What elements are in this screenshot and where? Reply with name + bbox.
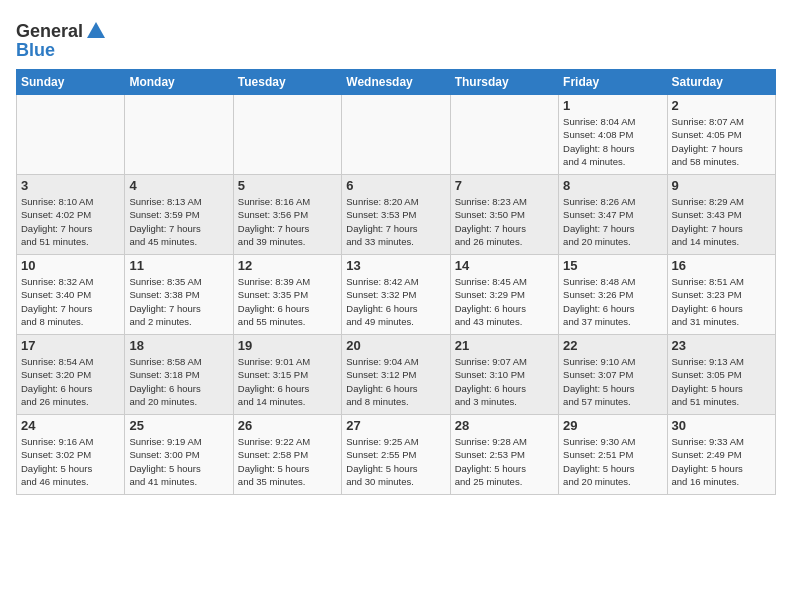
day-number: 25 bbox=[129, 418, 228, 433]
day-number: 17 bbox=[21, 338, 120, 353]
calendar-cell-w3d1: 18Sunrise: 8:58 AM Sunset: 3:18 PM Dayli… bbox=[125, 335, 233, 415]
day-number: 3 bbox=[21, 178, 120, 193]
calendar-cell-w2d1: 11Sunrise: 8:35 AM Sunset: 3:38 PM Dayli… bbox=[125, 255, 233, 335]
day-number: 13 bbox=[346, 258, 445, 273]
day-number: 8 bbox=[563, 178, 662, 193]
weekday-header-saturday: Saturday bbox=[667, 70, 775, 95]
calendar-cell-w4d0: 24Sunrise: 9:16 AM Sunset: 3:02 PM Dayli… bbox=[17, 415, 125, 495]
day-info: Sunrise: 9:16 AM Sunset: 3:02 PM Dayligh… bbox=[21, 435, 120, 488]
day-info: Sunrise: 9:22 AM Sunset: 2:58 PM Dayligh… bbox=[238, 435, 337, 488]
calendar-cell-w1d5: 8Sunrise: 8:26 AM Sunset: 3:47 PM Daylig… bbox=[559, 175, 667, 255]
calendar-cell-w2d2: 12Sunrise: 8:39 AM Sunset: 3:35 PM Dayli… bbox=[233, 255, 341, 335]
calendar-cell-w3d3: 20Sunrise: 9:04 AM Sunset: 3:12 PM Dayli… bbox=[342, 335, 450, 415]
weekday-header-thursday: Thursday bbox=[450, 70, 558, 95]
calendar-cell-w2d6: 16Sunrise: 8:51 AM Sunset: 3:23 PM Dayli… bbox=[667, 255, 775, 335]
day-info: Sunrise: 8:39 AM Sunset: 3:35 PM Dayligh… bbox=[238, 275, 337, 328]
day-number: 19 bbox=[238, 338, 337, 353]
day-info: Sunrise: 8:35 AM Sunset: 3:38 PM Dayligh… bbox=[129, 275, 228, 328]
day-number: 26 bbox=[238, 418, 337, 433]
day-info: Sunrise: 9:33 AM Sunset: 2:49 PM Dayligh… bbox=[672, 435, 771, 488]
day-info: Sunrise: 9:25 AM Sunset: 2:55 PM Dayligh… bbox=[346, 435, 445, 488]
calendar-cell-w1d4: 7Sunrise: 8:23 AM Sunset: 3:50 PM Daylig… bbox=[450, 175, 558, 255]
calendar-cell-w2d3: 13Sunrise: 8:42 AM Sunset: 3:32 PM Dayli… bbox=[342, 255, 450, 335]
weekday-header-friday: Friday bbox=[559, 70, 667, 95]
day-info: Sunrise: 9:30 AM Sunset: 2:51 PM Dayligh… bbox=[563, 435, 662, 488]
calendar-cell-w1d6: 9Sunrise: 8:29 AM Sunset: 3:43 PM Daylig… bbox=[667, 175, 775, 255]
day-info: Sunrise: 8:10 AM Sunset: 4:02 PM Dayligh… bbox=[21, 195, 120, 248]
day-number: 12 bbox=[238, 258, 337, 273]
calendar-cell-w4d3: 27Sunrise: 9:25 AM Sunset: 2:55 PM Dayli… bbox=[342, 415, 450, 495]
day-number: 24 bbox=[21, 418, 120, 433]
day-number: 2 bbox=[672, 98, 771, 113]
day-info: Sunrise: 8:16 AM Sunset: 3:56 PM Dayligh… bbox=[238, 195, 337, 248]
calendar-table: SundayMondayTuesdayWednesdayThursdayFrid… bbox=[16, 69, 776, 495]
day-info: Sunrise: 9:07 AM Sunset: 3:10 PM Dayligh… bbox=[455, 355, 554, 408]
day-number: 7 bbox=[455, 178, 554, 193]
day-number: 9 bbox=[672, 178, 771, 193]
calendar-cell-w1d0: 3Sunrise: 8:10 AM Sunset: 4:02 PM Daylig… bbox=[17, 175, 125, 255]
calendar-cell-w3d5: 22Sunrise: 9:10 AM Sunset: 3:07 PM Dayli… bbox=[559, 335, 667, 415]
day-number: 20 bbox=[346, 338, 445, 353]
calendar-cell-w4d4: 28Sunrise: 9:28 AM Sunset: 2:53 PM Dayli… bbox=[450, 415, 558, 495]
day-number: 16 bbox=[672, 258, 771, 273]
day-info: Sunrise: 8:54 AM Sunset: 3:20 PM Dayligh… bbox=[21, 355, 120, 408]
day-info: Sunrise: 8:20 AM Sunset: 3:53 PM Dayligh… bbox=[346, 195, 445, 248]
logo: General Blue bbox=[16, 20, 107, 61]
day-info: Sunrise: 8:13 AM Sunset: 3:59 PM Dayligh… bbox=[129, 195, 228, 248]
calendar-cell-w3d0: 17Sunrise: 8:54 AM Sunset: 3:20 PM Dayli… bbox=[17, 335, 125, 415]
day-number: 18 bbox=[129, 338, 228, 353]
day-info: Sunrise: 9:19 AM Sunset: 3:00 PM Dayligh… bbox=[129, 435, 228, 488]
calendar-cell-w0d1 bbox=[125, 95, 233, 175]
day-number: 6 bbox=[346, 178, 445, 193]
day-info: Sunrise: 8:29 AM Sunset: 3:43 PM Dayligh… bbox=[672, 195, 771, 248]
day-info: Sunrise: 8:58 AM Sunset: 3:18 PM Dayligh… bbox=[129, 355, 228, 408]
day-number: 23 bbox=[672, 338, 771, 353]
day-info: Sunrise: 8:51 AM Sunset: 3:23 PM Dayligh… bbox=[672, 275, 771, 328]
day-number: 10 bbox=[21, 258, 120, 273]
day-info: Sunrise: 8:04 AM Sunset: 4:08 PM Dayligh… bbox=[563, 115, 662, 168]
calendar-cell-w3d6: 23Sunrise: 9:13 AM Sunset: 3:05 PM Dayli… bbox=[667, 335, 775, 415]
logo-blue: Blue bbox=[16, 40, 107, 61]
calendar-cell-w0d0 bbox=[17, 95, 125, 175]
calendar-cell-w1d2: 5Sunrise: 8:16 AM Sunset: 3:56 PM Daylig… bbox=[233, 175, 341, 255]
logo-icon bbox=[85, 20, 107, 42]
weekday-header-monday: Monday bbox=[125, 70, 233, 95]
calendar-cell-w4d5: 29Sunrise: 9:30 AM Sunset: 2:51 PM Dayli… bbox=[559, 415, 667, 495]
calendar-cell-w3d4: 21Sunrise: 9:07 AM Sunset: 3:10 PM Dayli… bbox=[450, 335, 558, 415]
day-info: Sunrise: 9:13 AM Sunset: 3:05 PM Dayligh… bbox=[672, 355, 771, 408]
day-number: 28 bbox=[455, 418, 554, 433]
calendar-cell-w4d1: 25Sunrise: 9:19 AM Sunset: 3:00 PM Dayli… bbox=[125, 415, 233, 495]
calendar-cell-w2d0: 10Sunrise: 8:32 AM Sunset: 3:40 PM Dayli… bbox=[17, 255, 125, 335]
weekday-header-tuesday: Tuesday bbox=[233, 70, 341, 95]
day-info: Sunrise: 8:26 AM Sunset: 3:47 PM Dayligh… bbox=[563, 195, 662, 248]
day-number: 5 bbox=[238, 178, 337, 193]
day-number: 21 bbox=[455, 338, 554, 353]
calendar-cell-w3d2: 19Sunrise: 9:01 AM Sunset: 3:15 PM Dayli… bbox=[233, 335, 341, 415]
day-info: Sunrise: 9:10 AM Sunset: 3:07 PM Dayligh… bbox=[563, 355, 662, 408]
day-info: Sunrise: 9:01 AM Sunset: 3:15 PM Dayligh… bbox=[238, 355, 337, 408]
calendar-cell-w4d2: 26Sunrise: 9:22 AM Sunset: 2:58 PM Dayli… bbox=[233, 415, 341, 495]
weekday-header-sunday: Sunday bbox=[17, 70, 125, 95]
day-info: Sunrise: 8:32 AM Sunset: 3:40 PM Dayligh… bbox=[21, 275, 120, 328]
day-info: Sunrise: 9:04 AM Sunset: 3:12 PM Dayligh… bbox=[346, 355, 445, 408]
weekday-header-wednesday: Wednesday bbox=[342, 70, 450, 95]
day-info: Sunrise: 9:28 AM Sunset: 2:53 PM Dayligh… bbox=[455, 435, 554, 488]
calendar-cell-w0d6: 2Sunrise: 8:07 AM Sunset: 4:05 PM Daylig… bbox=[667, 95, 775, 175]
calendar-cell-w2d4: 14Sunrise: 8:45 AM Sunset: 3:29 PM Dayli… bbox=[450, 255, 558, 335]
day-number: 4 bbox=[129, 178, 228, 193]
day-info: Sunrise: 8:48 AM Sunset: 3:26 PM Dayligh… bbox=[563, 275, 662, 328]
day-number: 1 bbox=[563, 98, 662, 113]
day-number: 29 bbox=[563, 418, 662, 433]
calendar-cell-w1d3: 6Sunrise: 8:20 AM Sunset: 3:53 PM Daylig… bbox=[342, 175, 450, 255]
day-number: 30 bbox=[672, 418, 771, 433]
day-number: 14 bbox=[455, 258, 554, 273]
calendar-cell-w0d4 bbox=[450, 95, 558, 175]
day-info: Sunrise: 8:45 AM Sunset: 3:29 PM Dayligh… bbox=[455, 275, 554, 328]
day-info: Sunrise: 8:07 AM Sunset: 4:05 PM Dayligh… bbox=[672, 115, 771, 168]
calendar-cell-w0d2 bbox=[233, 95, 341, 175]
day-info: Sunrise: 8:42 AM Sunset: 3:32 PM Dayligh… bbox=[346, 275, 445, 328]
calendar-cell-w2d5: 15Sunrise: 8:48 AM Sunset: 3:26 PM Dayli… bbox=[559, 255, 667, 335]
calendar-cell-w0d3 bbox=[342, 95, 450, 175]
calendar-cell-w1d1: 4Sunrise: 8:13 AM Sunset: 3:59 PM Daylig… bbox=[125, 175, 233, 255]
page-header: General Blue bbox=[16, 16, 776, 61]
